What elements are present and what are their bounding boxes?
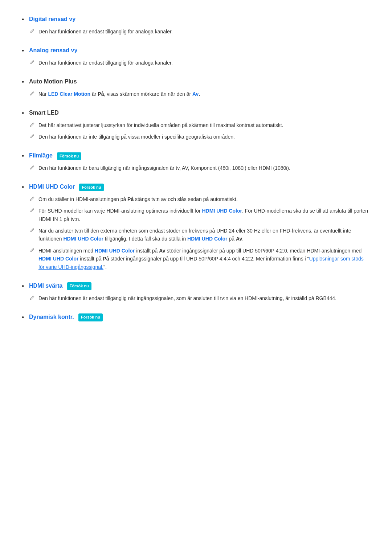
note-text: Den här funktionen är inte tillgänglig p… (38, 133, 235, 141)
notes-hdmi-uhd-color: Om du ställer in HDMI-anslutningen på På… (29, 195, 370, 271)
pencil-icon (29, 165, 35, 171)
note-item: Den här funktionen är inte tillgänglig p… (29, 133, 370, 141)
note-item: Den här funktionen är endast tillgänglig… (29, 28, 370, 36)
highlight-pa: På (98, 91, 104, 97)
hdmi-uhd-color-link-3[interactable]: HDMI UHD Color (187, 236, 227, 242)
led-clear-motion-link[interactable]: LED Clear Motion (48, 91, 90, 97)
pencil-icon (29, 122, 35, 128)
note-text: Den här funktionen är endast tillgänglig… (38, 59, 173, 67)
note-item: Det här alternativet justerar ljusstyrka… (29, 121, 370, 129)
list-item-hdmi-uhd-color: HDMI UHD Color Försök nu Om du ställer i… (22, 182, 370, 271)
item-title-smart-led: Smart LED (29, 110, 59, 116)
hdmi-uhd-color-link-5[interactable]: HDMI UHD Color (38, 256, 78, 262)
item-title-auto-motion-plus: Auto Motion Plus (29, 78, 77, 85)
note-text: Den här funktionen är endast tillgänglig… (38, 294, 336, 302)
note-item: För SUHD-modeller kan varje HDMI-anslutn… (29, 207, 370, 223)
item-title-hdmi-svarta[interactable]: HDMI svärta (29, 283, 62, 289)
notes-filmlage: Den här funktionen är bara tillgänglig n… (29, 164, 370, 172)
note-item: Den här funktionen är endast tillgänglig… (29, 294, 370, 302)
note-item: Den här funktionen är endast tillgänglig… (29, 59, 370, 67)
highlight-av: Av (236, 236, 242, 242)
pencil-icon (29, 208, 35, 213)
av-link[interactable]: Av (192, 91, 199, 97)
highlight-pa: På (127, 196, 134, 202)
hdmi-uhd-color-link-1[interactable]: HDMI UHD Color (202, 208, 242, 214)
list-item-analog-rensad-vy: Analog rensad vy Den här funktionen är e… (22, 46, 370, 67)
notes-digital-rensad-vy: Den här funktionen är endast tillgänglig… (29, 28, 370, 36)
hdmi-uhd-color-link-2[interactable]: HDMI UHD Color (64, 236, 103, 242)
note-item: När LED Clear Motion är På, visas skärme… (29, 90, 370, 98)
notes-smart-led: Det här alternativet justerar ljusstyrka… (29, 121, 370, 141)
notes-auto-motion-plus: När LED Clear Motion är På, visas skärme… (29, 90, 370, 98)
notes-analog-rensad-vy: Den här funktionen är endast tillgänglig… (29, 59, 370, 67)
item-title-analog-rensad-vy[interactable]: Analog rensad vy (29, 47, 77, 53)
list-item-smart-led: Smart LED Det här alternativet justerar … (22, 108, 370, 141)
list-item-dynamisk-kontr: Dynamisk kontr. Försök nu (22, 312, 370, 322)
pencil-icon (29, 134, 35, 139)
pencil-icon (29, 295, 35, 301)
note-item: HDMI-anslutningen med HDMI UHD Color ins… (29, 247, 370, 271)
notes-hdmi-svarta: Den här funktionen är endast tillgänglig… (29, 294, 370, 302)
note-text: För SUHD-modeller kan varje HDMI-anslutn… (38, 207, 370, 223)
list-item-filmlage: Filmläge Försök nu Den här funktionen är… (22, 151, 370, 172)
forsok-badge-dynamisk-kontr[interactable]: Försök nu (78, 313, 103, 321)
pencil-icon (29, 196, 35, 202)
list-item-auto-motion-plus: Auto Motion Plus När LED Clear Motion är… (22, 77, 370, 98)
forsok-badge-hdmi-svarta[interactable]: Försök nu (67, 282, 91, 290)
item-title-digital-rensad-vy[interactable]: Digital rensad vy (29, 16, 75, 22)
list-item-hdmi-svarta: HDMI svärta Försök nu Den här funktionen… (22, 281, 370, 302)
note-text: Den här funktionen är endast tillgänglig… (38, 28, 173, 36)
hdmi-uhd-color-link-4[interactable]: HDMI UHD Color (95, 248, 135, 254)
item-title-dynamisk-kontr[interactable]: Dynamisk kontr. (29, 314, 74, 320)
pencil-icon (29, 59, 35, 65)
note-text: Det här alternativet justerar ljusstyrka… (38, 121, 283, 129)
note-item: Om du ställer in HDMI-anslutningen på På… (29, 195, 370, 203)
pencil-icon (29, 28, 35, 34)
upplösningar-link[interactable]: Upplösningar som stöds för varje UHD-ing… (38, 256, 364, 270)
note-text: När LED Clear Motion är På, visas skärme… (38, 90, 200, 98)
highlight-av-2: Av (159, 248, 165, 254)
item-title-hdmi-uhd-color[interactable]: HDMI UHD Color (29, 184, 75, 190)
forsok-badge-filmlage[interactable]: Försök nu (57, 152, 81, 160)
note-text: HDMI-anslutningen med HDMI UHD Color ins… (38, 247, 370, 271)
note-item: När du ansluter tv:n till den externa en… (29, 227, 370, 243)
highlight-pa-2: På (103, 256, 109, 262)
pencil-icon (29, 227, 35, 233)
pencil-icon (29, 247, 35, 253)
note-text: Den här funktionen är bara tillgänglig n… (38, 164, 290, 172)
note-text: Om du ställer in HDMI-anslutningen på På… (38, 195, 238, 203)
main-content-list: Digital rensad vy Den här funktionen är … (22, 15, 370, 322)
list-item-digital-rensad-vy: Digital rensad vy Den här funktionen är … (22, 15, 370, 36)
note-text: När du ansluter tv:n till den externa en… (38, 227, 370, 243)
note-item: Den här funktionen är bara tillgänglig n… (29, 164, 370, 172)
forsok-badge-hdmi-uhd-color[interactable]: Försök nu (79, 184, 103, 192)
item-title-filmlage[interactable]: Filmläge (29, 152, 53, 159)
pencil-icon (29, 91, 35, 97)
